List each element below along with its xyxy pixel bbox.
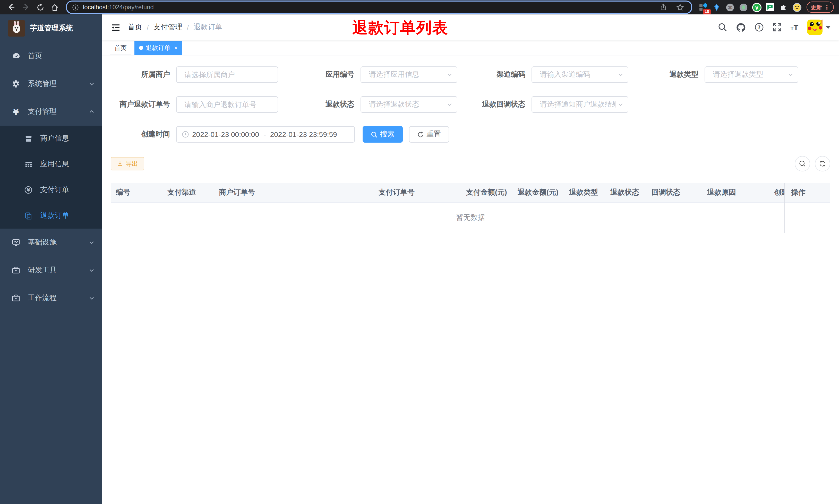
table-settings — [795, 156, 830, 172]
logo-rabbit-icon — [8, 20, 25, 37]
refund-type-select[interactable]: 请选择退款类型 — [704, 67, 798, 83]
merchant-refund-no-input[interactable] — [176, 96, 278, 113]
sidebar-item-label: 支付管理 — [28, 107, 57, 116]
date-range-picker[interactable]: 2022-01-23 00:00:00 - 2022-01-23 23:59:5… — [176, 126, 355, 143]
sidebar-item-system[interactable]: 系统管理 — [0, 70, 102, 98]
extension-gem-icon[interactable] — [711, 1, 722, 13]
breadcrumb-pay[interactable]: 支付管理 — [154, 23, 182, 32]
extension-tabs-icon[interactable]: 10 — [697, 1, 709, 13]
search-icon — [371, 131, 377, 138]
forward-icon[interactable] — [20, 1, 32, 13]
chevron-down-icon — [618, 102, 624, 108]
col-actions: 操作 — [785, 188, 830, 197]
sidebar-item-devtools[interactable]: 研发工具 — [0, 256, 102, 284]
url-bar[interactable]: localhost:1024/pay/refund — [66, 1, 692, 14]
extension-y-logo-icon[interactable]: y — [751, 1, 762, 13]
sidebar-item-label: 退款订单 — [40, 211, 69, 220]
briefcase-icon — [10, 294, 22, 302]
field-label: 退款回调状态 — [476, 100, 532, 109]
notify-status-select[interactable]: 请选择通知商户退款结果的 — [532, 96, 628, 113]
date-start[interactable]: 2022-01-23 00:00:00 — [192, 130, 260, 139]
bookmark-star-icon[interactable] — [674, 1, 686, 13]
refund-status-select[interactable]: 请选择退款状态 — [360, 96, 457, 113]
sidebar-item-infra[interactable]: 基础设施 — [0, 229, 102, 256]
breadcrumb-home[interactable]: 首页 — [128, 23, 142, 32]
breadcrumb: 首页 / 支付管理 / 退款订单 — [128, 23, 222, 32]
search-button[interactable]: 搜索 — [362, 126, 403, 143]
sidebar-item-pay-order[interactable]: ¥ 支付订单 — [0, 177, 102, 203]
filter-row-2: 商户退款订单号 退款状态 请选择退款状态 退款回调状态 请选择通知商户退款结果 — [111, 96, 830, 113]
sidebar-toggle-icon[interactable] — [110, 22, 121, 32]
field-label: 所属商户 — [111, 70, 176, 79]
font-size-icon[interactable]: TT — [790, 23, 798, 31]
sidebar-item-home[interactable]: 首页 — [0, 42, 102, 70]
profile-avatar-icon[interactable] — [791, 1, 802, 13]
merchant-input[interactable] — [176, 67, 278, 83]
col-callback-status: 回调状态 — [646, 188, 702, 197]
col-pay-channel: 支付渠道 — [162, 188, 214, 197]
share-icon[interactable] — [657, 1, 670, 13]
app-logo[interactable]: 芋道管理系统 — [0, 14, 102, 42]
fixed-column-divider — [784, 183, 785, 233]
chevron-up-icon — [89, 109, 95, 115]
extension-badge: 10 — [703, 9, 711, 14]
field-label: 创建时间 — [111, 130, 176, 139]
fullscreen-icon[interactable] — [772, 23, 782, 32]
search-icon[interactable] — [718, 23, 727, 32]
col-pay-order-no: 支付订单号 — [373, 188, 461, 197]
github-icon[interactable] — [736, 22, 746, 32]
reload-icon[interactable] — [34, 1, 46, 13]
screen: localhost:1024/pay/refund 10 ⌘ y — [0, 0, 839, 504]
sidebar-item-workflow[interactable]: 工作流程 — [0, 284, 102, 312]
extension-chat-icon[interactable] — [764, 1, 775, 13]
tag-label: 退款订单 — [146, 43, 171, 52]
sidebar-item-label: 首页 — [28, 52, 42, 61]
grid-table-icon — [23, 160, 34, 168]
merchant-input-field[interactable] — [184, 71, 273, 79]
url-text: localhost:1024/pay/refund — [83, 4, 154, 11]
filter-form: 所属商户 应用编号 请选择应用信息 渠道编码 请输入渠道编码 — [102, 56, 839, 143]
extension-dot-icon[interactable] — [737, 1, 749, 13]
refresh-icon — [819, 160, 826, 167]
refresh-table-button[interactable] — [815, 156, 830, 172]
active-dot-icon — [139, 46, 143, 50]
merchant-refund-no-field[interactable] — [184, 101, 273, 109]
chevron-down-icon — [787, 72, 794, 78]
sidebar-item-merchant-info[interactable]: 商户信息 — [0, 126, 102, 151]
browser-update-button[interactable]: 更新 ⋮ — [806, 2, 834, 13]
sidebar-item-app-info[interactable]: 应用信息 — [0, 151, 102, 177]
sidebar-item-label: 基础设施 — [28, 238, 57, 247]
reset-button[interactable]: 重置 — [409, 126, 449, 143]
back-icon[interactable] — [5, 1, 18, 13]
table-empty-row: 暂无数据 — [111, 203, 830, 233]
tags-view: 首页 退款订单 × — [102, 40, 839, 56]
sidebar-submenu-pay: 商户信息 应用信息 ¥ 支付订单 退款订单 — [0, 126, 102, 229]
tag-home[interactable]: 首页 — [110, 41, 131, 55]
close-icon[interactable]: × — [174, 44, 178, 52]
app-select[interactable]: 请选择应用信息 — [360, 67, 457, 83]
export-button[interactable]: 导出 — [111, 157, 144, 170]
help-icon[interactable]: ? — [754, 23, 764, 32]
refund-table: 编号 支付渠道 商户订单号 支付订单号 支付金额(元) 退款金额(元) 退款类型… — [111, 183, 830, 233]
extension-command-icon[interactable]: ⌘ — [724, 1, 735, 13]
col-pay-amount: 支付金额(元) — [461, 188, 513, 197]
sidebar-item-label: 工作流程 — [28, 293, 57, 303]
sidebar-item-refund-order[interactable]: 退款订单 — [0, 203, 102, 229]
home-icon[interactable] — [49, 1, 61, 13]
svg-text:¥: ¥ — [27, 187, 30, 193]
channel-select[interactable]: 请输入渠道编码 — [532, 67, 628, 83]
field-label: 退款状态 — [305, 100, 360, 109]
user-menu[interactable] — [807, 20, 831, 35]
sidebar-item-pay[interactable]: ¥ 支付管理 — [0, 98, 102, 126]
date-end[interactable]: 2022-01-23 23:59:59 — [270, 130, 338, 139]
tag-refund-order[interactable]: 退款订单 × — [135, 41, 182, 55]
chevron-down-icon — [89, 267, 95, 273]
yen-circle-icon: ¥ — [23, 186, 34, 194]
url-path: :1024/pay/refund — [107, 4, 154, 11]
yen-icon: ¥ — [10, 107, 22, 116]
monitor-icon — [10, 238, 22, 247]
col-refund-reason: 退款原因 — [702, 188, 769, 197]
filter-row-1: 所属商户 应用编号 请选择应用信息 渠道编码 请输入渠道编码 — [111, 67, 830, 83]
toggle-search-button[interactable] — [795, 156, 810, 172]
extensions-puzzle-icon[interactable] — [778, 1, 789, 13]
